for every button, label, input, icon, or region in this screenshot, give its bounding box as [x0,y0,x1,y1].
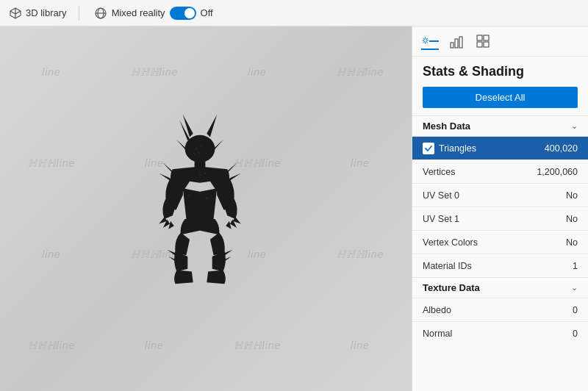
texture-data-section-header[interactable]: Texture Data ⌄ [412,277,588,298]
watermark-8: line [309,118,412,209]
svg-point-9 [194,154,196,155]
triangles-value: 400,020 [545,143,578,154]
3d-library-button[interactable]: 3D library [9,7,67,20]
watermark-16: line [309,300,412,391]
mesh-chevron-icon: ⌄ [571,121,578,131]
svg-rect-26 [459,37,462,48]
panel-tabs [412,26,588,57]
watermark-2: ℍℍℍline [103,26,206,118]
normal-value: 0 [573,329,578,339]
mixed-reality-icon [94,7,107,20]
vertices-row: Vertices 1,200,060 [412,159,588,183]
uvset1-value: No [566,214,578,224]
watermark-1: line [0,26,103,118]
tab-active-indicator [429,40,439,42]
right-panel: Stats & Shading Deselect All Mesh Data ⌄… [412,26,588,391]
vertex-colors-row: Vertex Colors No [412,230,588,254]
svg-point-11 [196,177,197,178]
watermark-3: line [206,26,309,118]
uvset0-value: No [566,190,578,201]
svg-point-15 [423,39,427,43]
uvset1-label: UV Set 1 [423,214,459,224]
vertex-colors-label: Vertex Colors [423,237,478,248]
material-ids-value: 1 [573,261,578,271]
mixed-reality-label: Mixed reality [112,7,165,18]
viewport[interactable]: line ℍℍℍline line ℍℍℍline ℍℍℍline line ℍ… [0,26,412,391]
uvset1-row: UV Set 1 No [412,207,588,230]
svg-line-21 [427,42,428,43]
panel-title: Stats & Shading [412,57,588,84]
topbar: 3D library Mixed reality Off [0,0,588,26]
svg-point-13 [189,195,190,196]
mesh-data-section-header[interactable]: Mesh Data ⌄ [412,115,588,136]
watermark-13: ℍℍℍline [0,300,103,391]
deselect-all-button[interactable]: Deselect All [423,87,578,108]
watermark-5: ℍℍℍline [0,118,103,209]
albedo-label: Albedo [423,305,451,315]
svg-line-22 [427,38,428,39]
svg-point-6 [201,146,202,147]
albedo-value: 0 [573,305,578,315]
cube-icon [9,7,22,20]
svg-rect-24 [451,43,453,48]
svg-point-12 [205,173,207,174]
watermark-9: line [0,209,103,300]
triangles-label: Triangles [423,143,476,154]
watermark-14: line [103,300,206,391]
normal-row: Normal 0 [412,321,588,345]
svg-rect-29 [477,42,482,47]
svg-rect-30 [484,42,489,47]
texture-data-label: Texture Data [423,282,480,293]
tab-chart[interactable] [448,32,465,50]
svg-point-3 [185,135,215,162]
svg-line-20 [423,38,423,39]
tab-sun[interactable] [421,32,439,50]
toggle-off-label: Off [201,7,213,18]
watermark-15: ℍℍℍline [206,300,309,391]
uvset0-label: UV Set 0 [423,190,459,201]
svg-point-8 [203,150,204,151]
creature-silhouette [141,113,259,304]
mesh-data-label: Mesh Data [423,121,470,132]
uvset0-row: UV Set 0 No [412,183,588,207]
watermark-4: ℍℍℍline [309,26,412,118]
svg-point-7 [198,152,199,154]
svg-point-14 [206,198,207,199]
material-ids-row: Material IDs 1 [412,254,588,277]
toggle-track[interactable] [170,7,196,20]
triangles-row[interactable]: Triangles 400,020 [412,136,588,159]
albedo-row: Albedo 0 [412,298,588,321]
vertex-colors-value: No [566,237,578,248]
svg-point-5 [196,148,197,149]
topbar-separator [79,6,79,21]
svg-rect-27 [477,35,482,40]
tab-grid[interactable] [474,32,492,50]
svg-rect-28 [484,35,489,40]
material-ids-label: Material IDs [423,261,472,271]
svg-point-10 [199,173,201,175]
texture-chevron-icon: ⌄ [571,283,578,293]
normal-label: Normal [423,329,452,339]
toggle-knob [184,8,195,18]
3d-library-label: 3D library [26,7,67,18]
watermark-12: ℍℍℍline [309,209,412,300]
svg-rect-25 [455,39,458,48]
vertices-label: Vertices [423,167,455,177]
vertices-value: 1,200,060 [537,167,578,177]
svg-line-23 [423,42,423,43]
mixed-reality-toggle[interactable]: Mixed reality Off [94,7,213,20]
triangles-checkbox [423,143,434,154]
main-content: line ℍℍℍline line ℍℍℍline ℍℍℍline line ℍ… [0,26,588,391]
